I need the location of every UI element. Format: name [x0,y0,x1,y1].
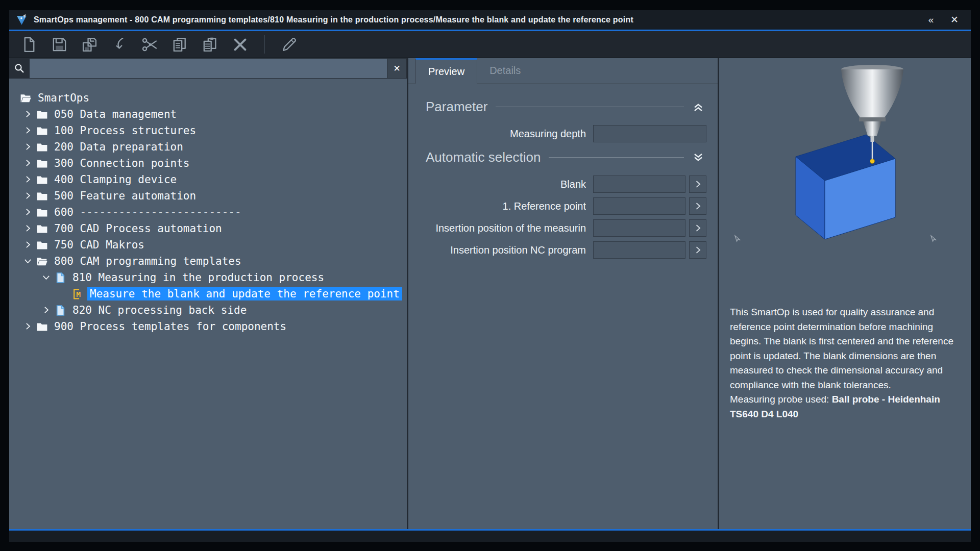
folder-icon [36,222,49,235]
insertion-position-of-the-measurin-input[interactable] [593,219,685,237]
folder-icon [36,141,49,154]
window-title: SmartOps management - 800 CAM programmin… [34,15,917,24]
preview-panel: This SmartOp is used for quality assuran… [719,58,971,529]
chevron-right-icon [692,200,704,212]
tree-item[interactable]: 100 Process structures [15,122,404,139]
revert-button[interactable] [111,36,129,54]
description-text: This SmartOp is used for quality assuran… [730,305,958,392]
insertion-position-of-the-measurin-picker-button[interactable] [689,219,706,237]
form-row: Measuring depth [426,125,706,142]
1-reference-point-input[interactable] [593,197,685,215]
section-title: Parameter [426,99,487,115]
tree-item[interactable]: 400 Clamping device [15,171,404,188]
copy-button[interactable] [171,36,189,54]
chevron-right-icon[interactable] [22,141,36,153]
tree-item-label: 100 Process structures [52,124,199,137]
chevron-down-icon[interactable] [22,256,36,267]
tree-item-label: 200 Data preparation [52,140,186,154]
probe-cube-preview-image [719,58,968,298]
close-button[interactable]: ✕ [945,12,964,28]
section-collapse-button[interactable] [690,99,706,115]
document-icon [54,304,67,317]
paste-button[interactable] [201,36,219,54]
m-badge-icon: M [71,288,85,300]
clear-search-button[interactable]: ✕ [387,58,407,79]
section-header: Automatic selection [426,149,706,165]
tree-panel: ✕ SmartOps050 Data management100 Process… [9,58,408,529]
tree-item-label: 900 Process templates for components [52,320,289,333]
tree-item[interactable]: 800 CAM programming templates [15,253,404,269]
chevron-right-icon[interactable] [22,109,36,120]
smartops-tree: SmartOps050 Data management100 Process s… [9,79,407,529]
chevron-right-icon[interactable] [22,158,36,169]
folder-icon [36,239,49,252]
tree-item-label: 820 NC processing back side [70,304,249,317]
cut-button[interactable] [141,36,159,54]
tab-preview[interactable]: Preview [415,58,477,84]
chevron-right-icon[interactable] [22,321,36,332]
search-icon [13,62,26,74]
delete-button[interactable] [231,36,249,54]
new-document-icon [20,36,38,54]
folder-icon [36,320,49,333]
search-input[interactable] [30,58,387,79]
section-rule [496,107,684,107]
insertion-position-nc-program-input[interactable] [593,241,685,259]
measuring-depth-input[interactable] [593,125,706,142]
detail-panel: PreviewDetails ParameterMeasuring depthA… [408,58,719,529]
tree-item[interactable]: MMeasure the blank and update the refere… [15,286,404,302]
tree-item[interactable]: 900 Process templates for components [15,318,404,335]
chevron-right-icon[interactable] [22,239,36,251]
smartops-window: SmartOps management - 800 CAM programmin… [9,10,971,542]
folder-icon [36,190,49,203]
folder-open-icon [36,255,49,268]
chevron-right-icon[interactable] [22,223,36,234]
tree-item[interactable]: SmartOps [15,90,404,106]
section-collapse-button[interactable] [690,150,706,165]
chevron-right-icon[interactable] [22,207,36,218]
tree-item[interactable]: 300 Connection points [15,155,404,171]
search-button[interactable] [9,58,30,79]
screen: SmartOps management - 800 CAM programmin… [0,0,980,551]
save-all-button[interactable] [81,36,99,54]
tree-item[interactable]: 820 NC processing back side [15,302,404,318]
tree-item-label: 810 Measuring in the production process [70,271,327,284]
field-controls [593,219,706,237]
chevron-right-icon[interactable] [22,125,36,136]
tree-item[interactable]: 810 Measuring in the production process [15,269,404,286]
tree-item-label: 700 CAD Process automation [52,222,225,235]
chevron-down-icon[interactable] [41,272,54,283]
folder-icon [36,206,49,219]
blank-picker-button[interactable] [689,176,706,193]
tree-item[interactable]: 200 Data preparation [15,139,404,155]
collapse-window-button[interactable]: « [922,12,940,28]
tree-item[interactable]: 500 Feature automation [15,188,404,204]
tree-item[interactable]: 600 ------------------------- [15,204,404,220]
cursor-icon [931,236,936,241]
double-chevron-up-icon [692,101,705,114]
tree-item[interactable]: 050 Data management [15,106,404,122]
edit-button[interactable] [280,36,298,54]
1-reference-point-label: 1. Reference point [426,201,586,212]
cursor-icon [735,236,740,241]
blank-input[interactable] [593,176,685,193]
insertion-position-nc-program-picker-button[interactable] [689,241,706,259]
tree-item[interactable]: 750 CAD Makros [15,237,404,253]
main-content: ✕ SmartOps050 Data management100 Process… [9,58,971,529]
folder-open-icon [19,92,33,105]
parameter-form: ParameterMeasuring depthAutomatic select… [408,84,718,263]
chevron-right-icon[interactable] [22,174,36,185]
tab-bar: PreviewDetails [408,58,718,84]
measuring-depth-label: Measuring depth [426,128,586,140]
blank-label: Blank [426,179,586,190]
chevron-right-icon[interactable] [22,190,36,202]
document-icon [54,271,67,284]
save-button[interactable] [51,36,68,54]
new-document-button[interactable] [20,36,38,54]
tab-details[interactable]: Details [477,58,533,83]
1-reference-point-picker-button[interactable] [689,197,706,215]
field-controls [593,176,706,193]
save-icon [51,36,68,54]
chevron-right-icon[interactable] [41,305,54,316]
tree-item[interactable]: 700 CAD Process automation [15,220,404,237]
